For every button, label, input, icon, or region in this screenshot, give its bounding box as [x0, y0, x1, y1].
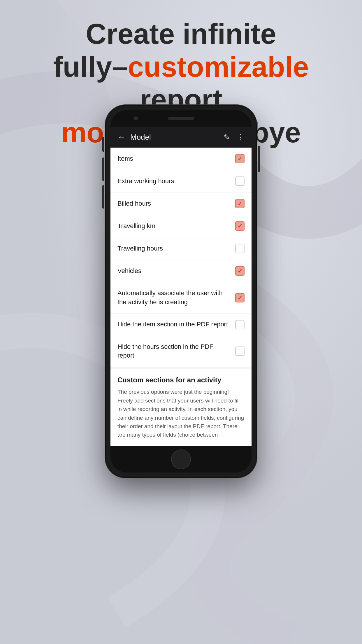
list-item[interactable]: Travelling km ✓	[110, 215, 252, 237]
hero-line2-plain: fully–	[53, 51, 128, 83]
edit-icon[interactable]: ✎	[224, 133, 230, 142]
phone-body: ← Model ✎ ⋮ Items ✓ Ex	[105, 105, 257, 478]
hero-line1: Create infinite	[86, 18, 276, 50]
checkmark-icon: ✓	[238, 200, 242, 207]
list-item[interactable]: Hide the hours section in the PDF report	[110, 336, 252, 367]
checkbox-travelling-hours[interactable]	[235, 244, 245, 253]
checkbox-vehicles[interactable]: ✓	[235, 266, 245, 276]
more-icon[interactable]: ⋮	[237, 133, 245, 142]
list-item[interactable]: Extra working hours	[110, 170, 252, 192]
nav-title: Model	[130, 133, 217, 142]
checkmark-icon: ✓	[238, 267, 242, 274]
app-nav-bar: ← Model ✎ ⋮	[110, 127, 252, 148]
list-item-label: Vehicles	[117, 267, 235, 276]
power-button	[258, 146, 260, 172]
volume-up-button	[102, 158, 104, 181]
front-camera	[134, 116, 138, 120]
mute-button	[102, 137, 104, 152]
volume-down-button	[102, 185, 104, 209]
checkmark-icon: ✓	[238, 155, 242, 162]
list-item-label: Hide the hours section in the PDF report	[117, 342, 235, 360]
custom-section-title: Custom sections for an activity	[117, 376, 245, 384]
phone-screen-area: ← Model ✎ ⋮ Items ✓ Ex	[110, 110, 252, 473]
list-item-label: Hide the item section in the PDF report	[117, 320, 235, 329]
list-item[interactable]: Billed hours ✓	[110, 192, 252, 215]
list-item[interactable]: Vehicles ✓	[110, 260, 252, 282]
checkbox-travelling-km[interactable]: ✓	[235, 221, 245, 231]
list-item-label: Extra working hours	[117, 177, 235, 186]
checkbox-items[interactable]: ✓	[235, 154, 245, 163]
list-item[interactable]: Items ✓	[110, 148, 252, 170]
list-item-label: Items	[117, 154, 235, 163]
phone-notch	[110, 110, 252, 127]
back-button[interactable]: ←	[117, 132, 126, 142]
custom-section-block: Custom sections for an activity The prev…	[110, 369, 252, 446]
phone-home-bar	[110, 446, 252, 473]
list-item-label: Automatically associate the user with th…	[117, 289, 235, 307]
checkmark-icon: ✓	[238, 223, 242, 230]
checkbox-auto-associate[interactable]: ✓	[235, 293, 245, 302]
list-item[interactable]: Hide the item section in the PDF report	[110, 314, 252, 336]
speaker-grille	[168, 117, 194, 120]
list-item[interactable]: Travelling hours	[110, 237, 252, 260]
checkmark-icon: ✓	[238, 294, 242, 301]
checkbox-hide-item[interactable]	[235, 320, 245, 329]
app-screen: ← Model ✎ ⋮ Items ✓ Ex	[110, 127, 252, 446]
home-button[interactable]	[171, 449, 191, 469]
list-item[interactable]: Automatically associate the user with th…	[110, 282, 252, 314]
hero-line2-accent: customizable	[128, 51, 309, 83]
checkbox-billed-hours[interactable]: ✓	[235, 199, 245, 208]
phone-device: ← Model ✎ ⋮ Items ✓ Ex	[105, 105, 257, 478]
list-item-label: Billed hours	[117, 199, 235, 208]
checkbox-extra-hours[interactable]	[235, 176, 245, 186]
checkbox-hide-hours[interactable]	[235, 346, 245, 356]
list-item-label: Travelling hours	[117, 244, 235, 253]
settings-list: Items ✓ Extra working hours Billed hours	[110, 148, 252, 367]
custom-section-body: The previous options were just the begin…	[117, 388, 245, 439]
list-item-label: Travelling km	[117, 222, 235, 231]
